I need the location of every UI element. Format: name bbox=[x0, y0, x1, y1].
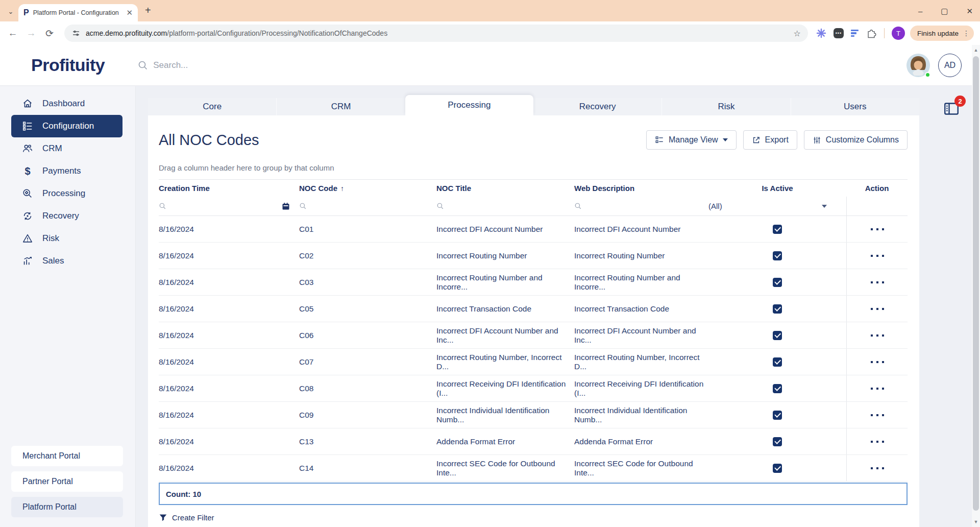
row-actions-button[interactable] bbox=[871, 467, 884, 469]
partner-portal-button[interactable]: Partner Portal bbox=[11, 471, 123, 492]
is-active-checkbox[interactable] bbox=[773, 331, 782, 340]
user-initials-button[interactable]: AD bbox=[938, 54, 962, 77]
merchant-portal-button[interactable]: Merchant Portal bbox=[11, 446, 123, 466]
sidebar-item-crm[interactable]: CRM bbox=[11, 137, 122, 160]
sort-ascending-icon: ↑ bbox=[340, 184, 344, 193]
row-actions-button[interactable] bbox=[871, 281, 884, 283]
create-filter-button[interactable]: Create Filter bbox=[159, 513, 908, 522]
table-row[interactable]: 8/16/2024C03Incorrect Routing Number and… bbox=[159, 269, 908, 296]
sidebar-item-payments[interactable]: $ Payments bbox=[11, 160, 122, 182]
filter-is-active-dropdown[interactable]: (All) bbox=[708, 197, 846, 215]
avatar[interactable] bbox=[906, 54, 930, 77]
table-row[interactable]: 8/16/2024C13Addenda Format ErrorAddenda … bbox=[159, 428, 908, 455]
browser-tab-title: Platform Portal - Configuration bbox=[33, 9, 122, 16]
side-panel-toggle-button[interactable]: 2 bbox=[942, 100, 963, 120]
extension-bars-icon[interactable] bbox=[851, 30, 859, 37]
is-active-checkbox[interactable] bbox=[773, 251, 782, 260]
scroll-up-icon[interactable]: ▲ bbox=[972, 46, 980, 54]
recovery-icon bbox=[22, 210, 33, 222]
table-row[interactable]: 8/16/2024C02Incorrect Routing NumberInco… bbox=[159, 243, 908, 269]
tab-processing[interactable]: Processing bbox=[405, 95, 533, 115]
reload-button[interactable]: ⟳ bbox=[43, 28, 56, 39]
url-text: acme.demo.profituity.com/platform-portal… bbox=[86, 29, 789, 37]
column-header-is-active[interactable]: Is Active bbox=[708, 184, 846, 193]
new-tab-button[interactable]: + bbox=[145, 5, 151, 16]
extension-starburst-icon[interactable] bbox=[816, 28, 826, 38]
filter-noc-code[interactable] bbox=[299, 197, 436, 215]
bookmark-star-icon[interactable]: ☆ bbox=[794, 29, 801, 38]
table-row[interactable]: 8/16/2024C14Incorrect SEC Code for Outbo… bbox=[159, 455, 908, 482]
browser-profile-avatar[interactable]: T bbox=[892, 27, 905, 40]
row-actions-button[interactable] bbox=[871, 228, 884, 230]
search-input[interactable] bbox=[153, 60, 368, 70]
tab-risk[interactable]: Risk bbox=[662, 98, 790, 115]
sidebar-item-risk[interactable]: Risk bbox=[11, 227, 122, 250]
sidebar-item-recovery[interactable]: Recovery bbox=[11, 205, 122, 227]
tab-search-chevron-icon[interactable]: ⌄ bbox=[5, 6, 16, 17]
table-row[interactable]: 8/16/2024C01Incorrect DFI Account Number… bbox=[159, 216, 908, 243]
page-scrollbar[interactable]: ▲ ▼ bbox=[972, 45, 980, 527]
tab-recovery[interactable]: Recovery bbox=[533, 98, 662, 115]
window-maximize-button[interactable]: ▢ bbox=[941, 7, 948, 15]
is-active-checkbox[interactable] bbox=[773, 357, 782, 367]
column-header-creation-time[interactable]: Creation Time bbox=[159, 184, 299, 193]
is-active-checkbox[interactable] bbox=[773, 437, 782, 446]
url-bar[interactable]: acme.demo.profituity.com/platform-portal… bbox=[64, 25, 808, 42]
kebab-menu-icon[interactable]: ⋮ bbox=[963, 29, 970, 37]
site-settings-icon[interactable] bbox=[71, 29, 81, 38]
scroll-down-icon[interactable]: ▼ bbox=[972, 518, 980, 526]
back-button[interactable]: ← bbox=[6, 28, 19, 39]
is-active-checkbox[interactable] bbox=[773, 304, 782, 314]
sidebar-item-processing[interactable]: Processing bbox=[11, 182, 122, 205]
sidebar-item-sales[interactable]: Sales bbox=[11, 250, 122, 272]
noc-codes-table: Creation Time NOC Code↑ NOC Title Web De… bbox=[159, 179, 908, 482]
tab-crm[interactable]: CRM bbox=[276, 98, 405, 115]
row-actions-button[interactable] bbox=[871, 388, 884, 390]
table-row[interactable]: 8/16/2024C07Incorrect Routing Number, In… bbox=[159, 349, 908, 375]
row-actions-button[interactable] bbox=[871, 361, 884, 363]
column-header-noc-code[interactable]: NOC Code↑ bbox=[299, 184, 436, 193]
filter-noc-title[interactable] bbox=[436, 197, 574, 215]
tab-users[interactable]: Users bbox=[791, 98, 919, 115]
filter-creation-time[interactable] bbox=[159, 197, 299, 215]
row-actions-button[interactable] bbox=[871, 255, 884, 257]
row-count-footer: Count: 10 bbox=[159, 483, 908, 505]
table-row[interactable]: 8/16/2024C09Incorrect Individual Identif… bbox=[159, 402, 908, 428]
customize-columns-button[interactable]: Customize Columns bbox=[804, 130, 908, 150]
export-button[interactable]: Export bbox=[743, 130, 797, 150]
calendar-icon[interactable] bbox=[282, 202, 290, 210]
row-actions-button[interactable] bbox=[871, 334, 884, 337]
configuration-icon bbox=[22, 121, 33, 132]
forward-button[interactable]: → bbox=[24, 28, 38, 39]
table-row[interactable]: 8/16/2024C05Incorrect Transaction CodeIn… bbox=[159, 296, 908, 322]
browser-tab[interactable]: P Platform Portal - Configuration ✕ bbox=[18, 4, 138, 21]
noc-codes-card: All NOC Codes Manage View bbox=[148, 115, 919, 527]
is-active-checkbox[interactable] bbox=[773, 411, 782, 420]
platform-portal-button[interactable]: Platform Portal bbox=[11, 497, 123, 517]
manage-view-button[interactable]: Manage View bbox=[646, 130, 737, 150]
tab-close-icon[interactable]: ✕ bbox=[126, 8, 133, 17]
sidebar-item-dashboard[interactable]: Dashboard bbox=[11, 92, 122, 115]
extensions-puzzle-icon[interactable] bbox=[866, 28, 877, 39]
tab-core[interactable]: Core bbox=[148, 98, 276, 115]
column-header-web-description[interactable]: Web Description bbox=[574, 184, 708, 193]
is-active-checkbox[interactable] bbox=[773, 384, 782, 393]
table-row[interactable]: 8/16/2024C06Incorrect DFI Account Number… bbox=[159, 322, 908, 349]
extension-chat-icon[interactable]: ••• bbox=[834, 28, 844, 38]
row-actions-button[interactable] bbox=[871, 441, 884, 443]
row-actions-button[interactable] bbox=[871, 414, 884, 416]
row-actions-button[interactable] bbox=[871, 308, 884, 310]
chevron-down-icon bbox=[723, 138, 728, 141]
column-header-noc-title[interactable]: NOC Title bbox=[436, 184, 574, 193]
filter-web-description[interactable] bbox=[574, 197, 708, 215]
scrollbar-thumb[interactable] bbox=[973, 56, 979, 511]
table-row[interactable]: 8/16/2024C08Incorrect Receiving DFI Iden… bbox=[159, 375, 908, 402]
app-header: Profituity AD bbox=[0, 45, 972, 86]
window-close-button[interactable]: ✕ bbox=[966, 7, 973, 15]
is-active-checkbox[interactable] bbox=[773, 464, 782, 473]
sidebar-item-configuration[interactable]: Configuration bbox=[11, 115, 122, 137]
is-active-checkbox[interactable] bbox=[773, 225, 782, 234]
window-minimize-button[interactable]: – bbox=[918, 7, 922, 15]
is-active-checkbox[interactable] bbox=[773, 278, 782, 287]
finish-update-button[interactable]: Finish update ⋮ bbox=[910, 26, 974, 41]
